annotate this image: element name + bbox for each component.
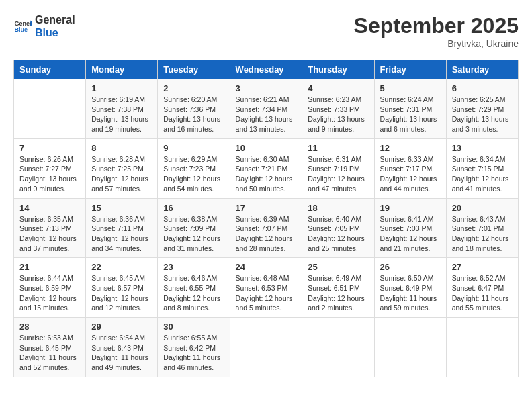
logo: General Blue General Blue: [13, 13, 75, 39]
day-info: Sunrise: 6:29 AM Sunset: 7:23 PM Dayligh…: [163, 154, 224, 194]
day-info: Sunrise: 6:44 AM Sunset: 6:59 PM Dayligh…: [19, 273, 80, 313]
day-cell: 30Sunrise: 6:55 AM Sunset: 6:42 PM Dayli…: [158, 318, 230, 377]
day-info: Sunrise: 6:23 AM Sunset: 7:33 PM Dayligh…: [308, 95, 368, 134]
day-number: 23: [163, 262, 224, 272]
svg-text:Blue: Blue: [14, 27, 28, 34]
day-cell: 1Sunrise: 6:19 AM Sunset: 7:38 PM Daylig…: [86, 79, 158, 139]
day-cell: 7Sunrise: 6:26 AM Sunset: 7:27 PM Daylig…: [14, 138, 86, 198]
day-number: 11: [308, 143, 368, 153]
day-cell: 29Sunrise: 6:54 AM Sunset: 6:43 PM Dayli…: [86, 318, 158, 377]
logo-icon: General Blue: [13, 17, 32, 36]
day-cell: 23Sunrise: 6:46 AM Sunset: 6:55 PM Dayli…: [158, 258, 230, 318]
week-row-2: 14Sunrise: 6:35 AM Sunset: 7:13 PM Dayli…: [14, 198, 519, 258]
day-number: 8: [91, 143, 152, 153]
day-number: 30: [163, 322, 224, 332]
day-info: Sunrise: 6:20 AM Sunset: 7:36 PM Dayligh…: [163, 95, 224, 134]
col-header-saturday: Saturday: [446, 60, 518, 79]
day-cell: 21Sunrise: 6:44 AM Sunset: 6:59 PM Dayli…: [14, 258, 86, 318]
day-info: Sunrise: 6:50 AM Sunset: 6:49 PM Dayligh…: [380, 273, 441, 313]
col-header-friday: Friday: [374, 60, 446, 79]
day-info: Sunrise: 6:39 AM Sunset: 7:07 PM Dayligh…: [236, 214, 297, 254]
day-cell: [230, 318, 302, 377]
day-info: Sunrise: 6:35 AM Sunset: 7:13 PM Dayligh…: [19, 214, 80, 254]
day-number: 12: [380, 143, 441, 153]
day-cell: [446, 318, 518, 377]
day-cell: 5Sunrise: 6:24 AM Sunset: 7:31 PM Daylig…: [374, 79, 446, 139]
day-info: Sunrise: 6:33 AM Sunset: 7:17 PM Dayligh…: [380, 154, 441, 194]
day-info: Sunrise: 6:52 AM Sunset: 6:47 PM Dayligh…: [452, 273, 513, 313]
calendar-header-row: SundayMondayTuesdayWednesdayThursdayFrid…: [14, 60, 519, 79]
week-row-1: 7Sunrise: 6:26 AM Sunset: 7:27 PM Daylig…: [14, 138, 519, 198]
day-cell: 26Sunrise: 6:50 AM Sunset: 6:49 PM Dayli…: [374, 258, 446, 318]
day-cell: 10Sunrise: 6:30 AM Sunset: 7:21 PM Dayli…: [230, 138, 302, 198]
day-cell: 12Sunrise: 6:33 AM Sunset: 7:17 PM Dayli…: [374, 138, 446, 198]
col-header-wednesday: Wednesday: [230, 60, 302, 79]
day-info: Sunrise: 6:40 AM Sunset: 7:05 PM Dayligh…: [308, 214, 368, 254]
day-info: Sunrise: 6:48 AM Sunset: 6:53 PM Dayligh…: [236, 273, 297, 313]
day-info: Sunrise: 6:43 AM Sunset: 7:01 PM Dayligh…: [452, 214, 513, 254]
day-cell: 2Sunrise: 6:20 AM Sunset: 7:36 PM Daylig…: [158, 79, 230, 139]
day-number: 2: [163, 83, 224, 93]
day-cell: [14, 79, 86, 139]
day-cell: 24Sunrise: 6:48 AM Sunset: 6:53 PM Dayli…: [230, 258, 302, 318]
day-number: 15: [91, 203, 152, 213]
day-cell: 9Sunrise: 6:29 AM Sunset: 7:23 PM Daylig…: [158, 138, 230, 198]
col-header-tuesday: Tuesday: [158, 60, 230, 79]
day-info: Sunrise: 6:46 AM Sunset: 6:55 PM Dayligh…: [163, 273, 224, 313]
day-number: 19: [380, 203, 441, 213]
day-info: Sunrise: 6:45 AM Sunset: 6:57 PM Dayligh…: [91, 273, 152, 313]
svg-text:General: General: [14, 20, 32, 27]
day-cell: 11Sunrise: 6:31 AM Sunset: 7:19 PM Dayli…: [302, 138, 374, 198]
day-info: Sunrise: 6:34 AM Sunset: 7:15 PM Dayligh…: [452, 154, 513, 194]
col-header-thursday: Thursday: [302, 60, 374, 79]
day-info: Sunrise: 6:25 AM Sunset: 7:29 PM Dayligh…: [452, 95, 513, 134]
day-number: 21: [19, 262, 80, 272]
col-header-sunday: Sunday: [14, 60, 86, 79]
day-info: Sunrise: 6:24 AM Sunset: 7:31 PM Dayligh…: [380, 95, 441, 134]
day-cell: 28Sunrise: 6:53 AM Sunset: 6:45 PM Dayli…: [14, 318, 86, 377]
location-subtitle: Brytivka, Ukraine: [354, 38, 519, 49]
day-number: 17: [236, 203, 297, 213]
week-row-0: 1Sunrise: 6:19 AM Sunset: 7:38 PM Daylig…: [14, 79, 519, 139]
day-number: 9: [163, 143, 224, 153]
day-cell: 13Sunrise: 6:34 AM Sunset: 7:15 PM Dayli…: [446, 138, 518, 198]
day-number: 16: [163, 203, 224, 213]
day-info: Sunrise: 6:36 AM Sunset: 7:11 PM Dayligh…: [91, 214, 152, 254]
day-cell: 4Sunrise: 6:23 AM Sunset: 7:33 PM Daylig…: [302, 79, 374, 139]
day-info: Sunrise: 6:26 AM Sunset: 7:27 PM Dayligh…: [19, 154, 80, 194]
day-cell: 19Sunrise: 6:41 AM Sunset: 7:03 PM Dayli…: [374, 198, 446, 258]
page-header: General Blue General Blue September 2025…: [13, 13, 519, 49]
day-number: 1: [91, 83, 152, 93]
calendar-table: SundayMondayTuesdayWednesdayThursdayFrid…: [13, 60, 519, 377]
day-number: 26: [380, 262, 441, 272]
day-cell: 18Sunrise: 6:40 AM Sunset: 7:05 PM Dayli…: [302, 198, 374, 258]
day-number: 29: [91, 322, 152, 332]
day-number: 20: [452, 203, 513, 213]
day-info: Sunrise: 6:19 AM Sunset: 7:38 PM Dayligh…: [91, 95, 152, 134]
day-cell: 15Sunrise: 6:36 AM Sunset: 7:11 PM Dayli…: [86, 198, 158, 258]
day-info: Sunrise: 6:28 AM Sunset: 7:25 PM Dayligh…: [91, 154, 152, 194]
day-info: Sunrise: 6:30 AM Sunset: 7:21 PM Dayligh…: [236, 154, 297, 194]
month-title: September 2025: [354, 13, 519, 38]
day-number: 22: [91, 262, 152, 272]
day-number: 28: [19, 322, 80, 332]
day-number: 13: [452, 143, 513, 153]
day-number: 14: [19, 203, 80, 213]
day-number: 5: [380, 83, 441, 93]
day-number: 27: [452, 262, 513, 272]
day-info: Sunrise: 6:38 AM Sunset: 7:09 PM Dayligh…: [163, 214, 224, 254]
day-number: 24: [236, 262, 297, 272]
day-cell: [374, 318, 446, 377]
day-cell: 22Sunrise: 6:45 AM Sunset: 6:57 PM Dayli…: [86, 258, 158, 318]
day-info: Sunrise: 6:41 AM Sunset: 7:03 PM Dayligh…: [380, 214, 441, 254]
day-cell: 27Sunrise: 6:52 AM Sunset: 6:47 PM Dayli…: [446, 258, 518, 318]
day-cell: 3Sunrise: 6:21 AM Sunset: 7:34 PM Daylig…: [230, 79, 302, 139]
day-info: Sunrise: 6:55 AM Sunset: 6:42 PM Dayligh…: [163, 333, 224, 373]
week-row-4: 28Sunrise: 6:53 AM Sunset: 6:45 PM Dayli…: [14, 318, 519, 377]
logo-blue-text: Blue: [35, 26, 75, 39]
day-info: Sunrise: 6:31 AM Sunset: 7:19 PM Dayligh…: [308, 154, 368, 194]
day-cell: 17Sunrise: 6:39 AM Sunset: 7:07 PM Dayli…: [230, 198, 302, 258]
day-info: Sunrise: 6:54 AM Sunset: 6:43 PM Dayligh…: [91, 333, 152, 373]
day-number: 3: [236, 83, 297, 93]
day-number: 25: [308, 262, 368, 272]
